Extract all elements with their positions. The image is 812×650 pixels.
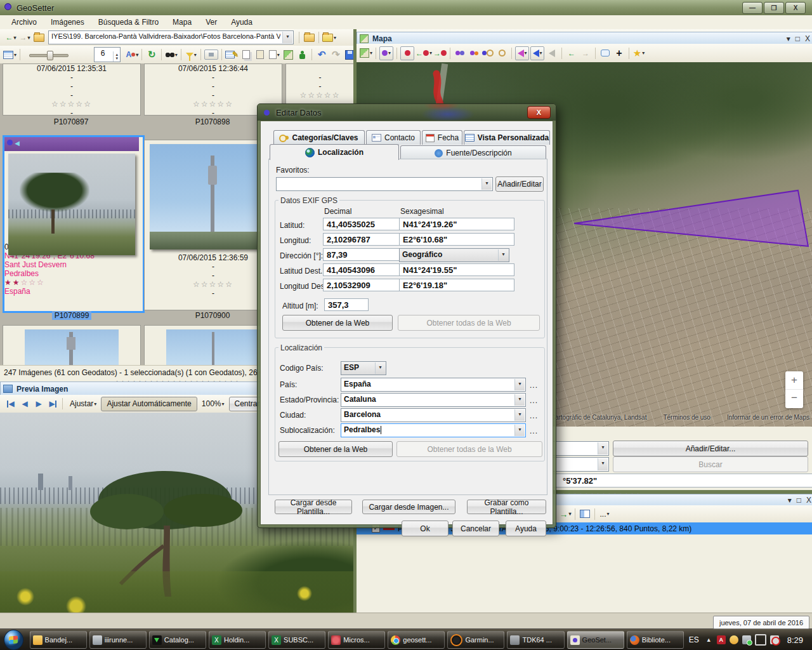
sublocalizacion-more-button[interactable]: ... — [530, 427, 538, 435]
restore-button[interactable]: ❐ — [764, 2, 784, 14]
favoritos-add-edit-button[interactable]: Añadir/Editar — [495, 176, 544, 192]
map-type-button[interactable]: ▾ — [360, 47, 372, 60]
tab-localizacion[interactable]: Localización — [270, 144, 399, 160]
longitud-sexa-input[interactable]: E2°6'10.68" — [399, 233, 514, 246]
map-panel-maximize-icon[interactable]: □ — [796, 34, 800, 43]
set-marker-button[interactable]: ▾ — [379, 46, 393, 60]
menu-mapa[interactable]: Mapa — [166, 17, 198, 28]
zoom-in-button[interactable]: + — [785, 371, 803, 390]
sort-button[interactable]: A▾ — [126, 48, 138, 61]
photo-name[interactable]: P1070897 — [3, 117, 140, 126]
network-tray-icon[interactable] — [755, 634, 766, 646]
previous-position-button[interactable]: ▾ — [530, 46, 544, 60]
next-position-button[interactable] — [546, 47, 558, 60]
taskbar-button-garmin[interactable]: Garmin... — [447, 631, 504, 649]
menu-imagenes[interactable]: Imágenes — [44, 17, 91, 28]
toggle-panel-button[interactable] — [204, 50, 218, 60]
rating-stars[interactable]: ☆☆☆☆☆ — [286, 91, 354, 100]
latitud-decimal-input[interactable]: 41,40535025 — [323, 218, 400, 230]
estado-combo[interactable]: Cataluna ▾ — [341, 393, 526, 407]
volume-muted-icon[interactable] — [770, 635, 779, 644]
menu-busqueda-filtro[interactable]: Búsqueda & Filtro — [92, 17, 165, 28]
previous-track-button[interactable]: ▾ — [515, 46, 529, 60]
first-image-button[interactable]: ◀ — [4, 397, 17, 410]
ciudad-more-button[interactable]: ... — [530, 411, 538, 420]
menu-ver[interactable]: Ver — [199, 17, 223, 28]
latitud-dest-decimal-input[interactable]: 41,40543096 — [323, 263, 400, 276]
location-get-web-button[interactable]: Obtener de la Web — [278, 441, 393, 457]
dialog-titlebar[interactable]: Editar Datos X — [258, 104, 556, 121]
map-forward-button[interactable]: → — [579, 47, 592, 60]
open-folder-browse-button[interactable] — [303, 31, 315, 44]
edit-data-button[interactable]: ✎ — [225, 48, 239, 61]
longitud-dest-sexa-input[interactable]: E2°6'19.18" — [399, 279, 514, 291]
taskbar-button-subsc[interactable]: XSUBSC... — [268, 631, 325, 649]
longitud-decimal-input[interactable]: 2,10296787 — [323, 233, 400, 246]
taskbar-button-catalog[interactable]: Catalog... — [149, 631, 206, 649]
ciudad-combo[interactable]: Barcelona ▾ — [341, 408, 526, 422]
show-on-map-button[interactable] — [282, 48, 294, 61]
close-button[interactable]: X — [785, 2, 806, 14]
back-button[interactable]: ←▾ — [4, 31, 17, 44]
taskbar-button-micros[interactable]: Micros... — [328, 631, 385, 649]
map-panel-close-icon[interactable]: X — [805, 34, 810, 43]
show-position-button[interactable] — [400, 46, 414, 60]
tab-fuente-descripcion[interactable]: Fuente/Descripción — [400, 145, 546, 160]
map-search-button[interactable]: Buscar — [613, 456, 808, 472]
ok-button[interactable]: Ok — [402, 521, 449, 536]
map-add-edit-button[interactable]: Añadir/Editar... — [613, 441, 808, 456]
direccion-input[interactable]: 87,39 — [323, 248, 400, 261]
paste-button[interactable] — [254, 48, 266, 61]
previous-image-button[interactable]: ◀ — [18, 397, 31, 410]
track-columns-button[interactable] — [579, 508, 591, 521]
crosshair-button[interactable]: + — [613, 47, 625, 60]
thumbnail-card[interactable]: 07/06/2015 12:35:31 - - - ☆☆☆☆☆ - — [3, 63, 141, 116]
tab-categorias-claves[interactable]: Categorías/Claves — [273, 130, 365, 145]
load-template-button[interactable]: Cargar desde Plantilla... — [275, 500, 352, 514]
zoom-to-markers-button[interactable] — [481, 47, 494, 60]
thumb-size-slider-handle[interactable] — [47, 51, 53, 60]
clock[interactable]: 8:29 — [787, 635, 803, 645]
gps-get-web-button[interactable]: Obtener de la Web — [282, 315, 393, 331]
comment-button[interactable] — [599, 47, 612, 60]
help-button[interactable]: Ayuda — [506, 521, 546, 536]
dialog-close-button[interactable]: X — [527, 106, 551, 119]
path-dropdown-icon[interactable]: ▾ — [282, 32, 292, 43]
show-all-markers-button[interactable] — [454, 47, 466, 60]
track-more-button[interactable]: ...▾ — [598, 508, 611, 521]
terms-link[interactable]: Términos de uso — [663, 414, 710, 421]
mail-tray-icon[interactable] — [730, 635, 738, 644]
show-tagged-markers-button[interactable] — [468, 47, 480, 60]
track-export-button[interactable]: →▾ — [559, 508, 572, 521]
tracks-panel-maximize-icon[interactable]: □ — [797, 496, 801, 505]
view-mode-button[interactable]: ▾ — [3, 48, 16, 61]
pais-combo[interactable]: España ▾ — [341, 378, 526, 392]
photo-name-selected[interactable]: P1070899 — [52, 311, 92, 320]
gps-get-all-web-button[interactable]: Obtener todas de la Web — [398, 315, 540, 331]
menu-ayuda[interactable]: Ayuda — [225, 17, 259, 28]
fit-dropdown[interactable]: Ajustar▾ — [66, 397, 100, 410]
report-error-link[interactable]: Informar de un error de Maps — [727, 414, 809, 421]
zoom-out-button[interactable]: − — [785, 390, 803, 408]
rating-stars[interactable]: ★★☆☆☆ — [4, 278, 143, 287]
taskbar-button-bandeja[interactable]: Bandej... — [30, 631, 87, 649]
refresh-button[interactable]: ↻ — [145, 48, 158, 61]
latitud-sexa-input[interactable]: N41°24'19.26" — [399, 218, 514, 230]
tracks-panel-menu-icon[interactable]: ▾ — [788, 496, 792, 505]
next-marker-button[interactable]: → — [433, 47, 447, 60]
zoom-selection-button[interactable] — [495, 47, 508, 60]
undo-button[interactable]: ↶ — [315, 48, 328, 61]
taskbar-button-holding[interactable]: XHoldin... — [209, 631, 266, 649]
forward-button[interactable]: →▾ — [18, 31, 31, 44]
favorite-folders-button[interactable]: ▾ — [322, 31, 336, 44]
tab-fecha[interactable]: Fecha — [422, 130, 462, 145]
map-back-button[interactable]: ← — [565, 47, 578, 60]
folder-up-icon[interactable] — [32, 31, 45, 44]
favoritos-combo[interactable]: ▾ — [276, 177, 493, 191]
previous-marker-button[interactable]: ←▾ — [416, 47, 432, 60]
rating-stars[interactable]: ☆☆☆☆☆ — [3, 100, 140, 109]
taskbar-button-tdk64[interactable]: TDK64 ... — [507, 631, 564, 649]
longitud-dest-decimal-input[interactable]: 2,10532909 — [323, 279, 400, 291]
minimize-button[interactable]: — — [742, 2, 763, 14]
tray-expand-icon[interactable]: ▲ — [706, 637, 712, 643]
